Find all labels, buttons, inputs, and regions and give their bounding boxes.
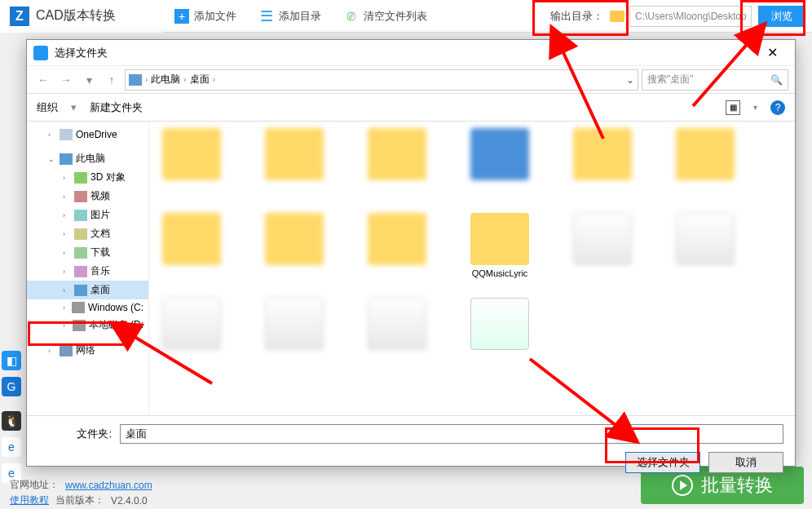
nav-forward-button[interactable]: → [56, 70, 76, 90]
folder-item[interactable] [567, 128, 638, 193]
folder-item[interactable] [156, 213, 227, 278]
sidebar-qq-icon[interactable]: 🐧 [2, 411, 21, 431]
organize-button[interactable]: 组织 [37, 100, 58, 115]
tree-drive-d[interactable]: ›本地磁盘 (D: [27, 316, 148, 334]
dialog-icon [33, 46, 48, 60]
breadcrumb-dropdown[interactable]: ⌄ [626, 74, 634, 86]
add-dir-button[interactable]: ☰ 添加目录 [248, 0, 333, 33]
close-button[interactable]: ✕ [756, 42, 788, 64]
folder-item[interactable] [669, 128, 741, 193]
folder-item[interactable] [258, 213, 330, 278]
tree-documents[interactable]: ›文档 [27, 224, 148, 243]
version-label: 当前版本： [55, 494, 104, 507]
add-file-button[interactable]: + 添加文件 [163, 0, 248, 33]
cancel-button[interactable]: 取消 [708, 452, 783, 473]
file-item[interactable] [156, 298, 227, 363]
dialog-bottom: 文件夹: 选择文件夹 取消 [27, 415, 795, 481]
dialog-title: 选择文件夹 [55, 46, 756, 60]
file-item[interactable] [258, 298, 330, 363]
folder-item[interactable] [258, 128, 330, 193]
tree-videos[interactable]: ›视频 [27, 187, 148, 206]
breadcrumb[interactable]: › 此电脑 › 桌面 › ⌄ [125, 69, 638, 91]
chevron-right-icon: › [213, 75, 215, 84]
pc-icon [129, 74, 142, 86]
app-logo: Z CAD版本转换 [0, 0, 163, 33]
list-icon: ☰ [259, 9, 274, 24]
left-sidebar: ◧ G 🐧 e e [0, 114, 23, 483]
browse-button[interactable]: 浏览 [758, 6, 805, 27]
file-item[interactable] [567, 213, 638, 278]
folder-name-input[interactable] [120, 424, 783, 444]
file-item[interactable] [464, 298, 536, 363]
tree-3d-objects[interactable]: ›3D 对象 [27, 168, 148, 187]
file-item[interactable] [669, 213, 741, 278]
sidebar-app-icon-1[interactable]: ◧ [2, 351, 21, 370]
nav-history-button[interactable]: ▾ [79, 70, 99, 90]
folder-icon [610, 11, 624, 22]
folder-field-label: 文件夹: [38, 427, 112, 441]
dialog-nav: ← → ▾ ↑ › 此电脑 › 桌面 › ⌄ 搜索"桌面" 🔍 [27, 66, 795, 94]
chevron-right-icon: › [183, 75, 186, 84]
breadcrumb-pc[interactable]: 此电脑 [151, 73, 180, 86]
sidebar-ie-icon[interactable]: e [2, 437, 21, 457]
app-toolbar: Z CAD版本转换 + 添加文件 ☰ 添加目录 ⎚ 清空文件列表 输出目录： C… [0, 0, 812, 33]
folder-qqmusic[interactable]: QQMusicLyric [464, 213, 536, 278]
files-pane[interactable]: QQMusicLyric [149, 122, 795, 415]
folder-item[interactable] [361, 213, 433, 278]
select-folder-button[interactable]: 选择文件夹 [625, 452, 700, 473]
add-dir-label: 添加目录 [279, 9, 321, 24]
output-dir-label: 输出目录： [544, 9, 610, 24]
sidebar-app-icon-2[interactable]: G [2, 377, 21, 396]
app-title: CAD版本转换 [36, 7, 116, 24]
folder-item[interactable] [464, 128, 536, 193]
search-icon: 🔍 [770, 74, 783, 86]
add-file-label: 添加文件 [194, 9, 236, 24]
tree-onedrive[interactable]: ›OneDrive [27, 126, 148, 143]
help-button[interactable]: ? [770, 100, 785, 115]
nav-back-button[interactable]: ← [33, 70, 53, 90]
folder-item[interactable] [156, 128, 227, 193]
tree-downloads[interactable]: ›下载 [27, 243, 148, 262]
search-placeholder: 搜索"桌面" [647, 73, 694, 86]
tree-network[interactable]: ›网络 [27, 341, 148, 360]
tree-pictures[interactable]: ›图片 [27, 206, 148, 224]
folder-dialog: 选择文件夹 ✕ ← → ▾ ↑ › 此电脑 › 桌面 › ⌄ 搜索"桌面" 🔍 … [26, 39, 796, 467]
folder-item[interactable] [361, 128, 433, 193]
tree-drive-c[interactable]: ›Windows (C: [27, 299, 148, 316]
tutorial-link[interactable]: 使用教程 [10, 494, 49, 507]
output-path-field[interactable]: C:\Users\Mloong\Desktop [629, 6, 752, 27]
tree-music[interactable]: ›音乐 [27, 262, 148, 281]
search-input[interactable]: 搜索"桌面" 🔍 [642, 69, 788, 91]
app-logo-icon: Z [10, 7, 29, 26]
file-item[interactable] [361, 298, 433, 363]
clear-label: 清空文件列表 [364, 9, 427, 24]
folder-tree: ›OneDrive ⌄此电脑 ›3D 对象 ›视频 ›图片 ›文档 ›下载 ›音… [27, 122, 149, 415]
dialog-body: ›OneDrive ⌄此电脑 ›3D 对象 ›视频 ›图片 ›文档 ›下载 ›音… [27, 122, 795, 415]
version-value: V2.4.0.0 [111, 495, 148, 507]
dialog-toolbar: 组织 ▾ 新建文件夹 ▦ ▾ ? [27, 94, 795, 122]
tree-this-pc[interactable]: ⌄此电脑 [27, 149, 148, 168]
clear-list-button[interactable]: ⎚ 清空文件列表 [333, 0, 439, 33]
chevron-right-icon: › [145, 75, 148, 84]
plus-icon: + [174, 9, 189, 24]
tree-desktop[interactable]: ›桌面 [27, 281, 148, 299]
view-mode-button[interactable]: ▦ [726, 100, 740, 115]
clear-icon: ⎚ [344, 9, 359, 24]
dialog-titlebar: 选择文件夹 ✕ [27, 40, 795, 66]
nav-up-button[interactable]: ↑ [102, 70, 121, 90]
new-folder-button[interactable]: 新建文件夹 [90, 100, 143, 115]
breadcrumb-desktop[interactable]: 桌面 [190, 73, 210, 86]
